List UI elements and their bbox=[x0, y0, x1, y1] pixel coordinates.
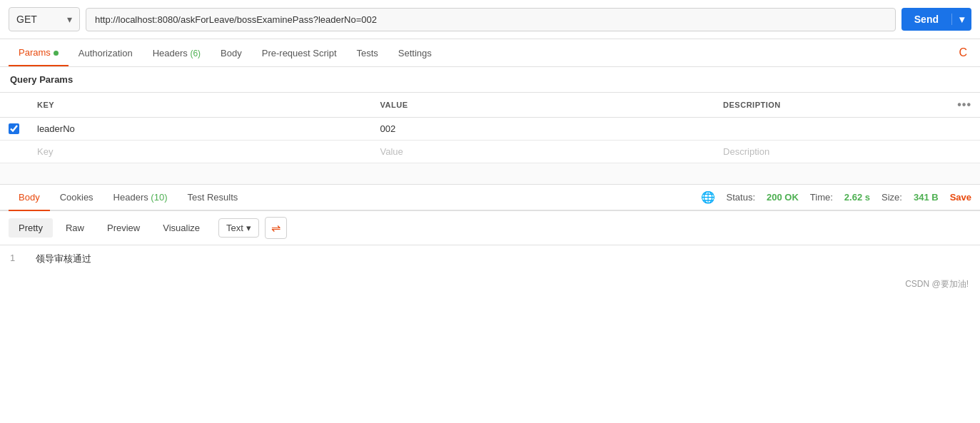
params-table: KEY VALUE DESCRIPTION ••• bbox=[0, 93, 980, 163]
size-value: 341 B bbox=[914, 192, 939, 203]
tab-params-label: Params bbox=[19, 47, 51, 58]
more-icon: ••• bbox=[957, 98, 971, 111]
query-params-section: Query Params KEY VALUE DESCRIPTION ••• bbox=[0, 67, 980, 163]
table-row: leaderNo 002 bbox=[0, 118, 980, 141]
tab-authorization-label: Authorization bbox=[79, 48, 133, 58]
watermark: CSDN @要加油! bbox=[0, 272, 980, 296]
row-key-value: leaderNo bbox=[37, 123, 75, 134]
bottom-tab-test-results-label: Test Results bbox=[187, 192, 238, 203]
tab-body-label: Body bbox=[221, 48, 242, 58]
row-key-cell: leaderNo bbox=[29, 118, 372, 141]
tab-body[interactable]: Body bbox=[211, 41, 252, 66]
row-desc-cell bbox=[714, 118, 949, 141]
bottom-tab-body[interactable]: Body bbox=[9, 185, 50, 211]
format-bar: Pretty Raw Preview Visualize Text ▾ ⇌ bbox=[0, 211, 980, 245]
bottom-tab-cookies[interactable]: Cookies bbox=[50, 185, 103, 210]
time-label: Time: bbox=[810, 192, 833, 203]
tab-params[interactable]: Params bbox=[9, 40, 69, 66]
placeholder-check-cell bbox=[0, 141, 29, 163]
format-type-dropdown[interactable]: Text ▾ bbox=[218, 218, 259, 238]
line-content: 领导审核通过 bbox=[36, 253, 91, 265]
tab-authorization[interactable]: Authorization bbox=[69, 41, 143, 66]
tab-tests-label: Tests bbox=[357, 48, 378, 58]
globe-icon[interactable]: 🌐 bbox=[701, 190, 715, 204]
status-value: 200 OK bbox=[767, 192, 799, 203]
url-input[interactable] bbox=[86, 8, 896, 31]
method-chevron-icon: ▾ bbox=[67, 14, 72, 25]
row-actions-cell bbox=[949, 118, 980, 141]
section-spacer bbox=[0, 163, 980, 185]
row-checkbox[interactable] bbox=[9, 123, 19, 134]
col-key-header: KEY bbox=[29, 93, 372, 118]
send-button[interactable]: Send ▾ bbox=[901, 8, 971, 31]
format-visualize-button[interactable]: Visualize bbox=[153, 218, 210, 238]
headers-badge: (6) bbox=[190, 49, 201, 58]
response-body: 1 领导审核通过 bbox=[0, 245, 980, 272]
bottom-tab-test-results[interactable]: Test Results bbox=[177, 185, 248, 210]
overflow-label: C bbox=[959, 46, 967, 58]
bottom-tabs: Body Cookies Headers (10) Test Results 🌐… bbox=[0, 185, 980, 211]
placeholder-key-text: Key bbox=[37, 146, 53, 157]
wrap-button[interactable]: ⇌ bbox=[265, 217, 287, 239]
url-bar: GET ▾ Send ▾ bbox=[0, 0, 980, 39]
send-label: Send bbox=[901, 14, 952, 25]
response-line: 1 领导审核通过 bbox=[10, 253, 970, 265]
tab-headers[interactable]: Headers (6) bbox=[143, 41, 211, 66]
tab-headers-label: Headers bbox=[153, 48, 191, 58]
bottom-tab-headers[interactable]: Headers (10) bbox=[103, 185, 178, 210]
placeholder-value-text: Value bbox=[380, 146, 403, 157]
col-value-header: VALUE bbox=[372, 93, 715, 118]
wrap-icon: ⇌ bbox=[271, 221, 281, 235]
bottom-headers-badge: (10) bbox=[151, 192, 167, 203]
placeholder-actions-cell bbox=[949, 141, 980, 163]
save-link[interactable]: Save bbox=[950, 192, 971, 203]
bottom-tab-body-label: Body bbox=[19, 192, 40, 203]
placeholder-desc-cell[interactable]: Description bbox=[714, 141, 949, 163]
status-label: Status: bbox=[727, 192, 755, 203]
format-type-label: Text bbox=[226, 223, 243, 233]
line-number: 1 bbox=[10, 253, 24, 265]
col-desc-header: DESCRIPTION bbox=[714, 93, 949, 118]
col-actions-header: ••• bbox=[949, 93, 980, 118]
top-tabs: Params Authorization Headers (6) Body Pr… bbox=[0, 39, 980, 67]
send-dropdown-icon: ▾ bbox=[952, 14, 971, 25]
query-params-title: Query Params bbox=[10, 74, 73, 85]
params-dot bbox=[54, 51, 59, 56]
format-type-chevron-icon: ▾ bbox=[246, 223, 251, 233]
row-value-cell: 002 bbox=[372, 118, 715, 141]
placeholder-value-cell[interactable]: Value bbox=[372, 141, 715, 163]
table-header-row: KEY VALUE DESCRIPTION ••• bbox=[0, 93, 980, 118]
format-raw-button[interactable]: Raw bbox=[56, 218, 94, 238]
size-label: Size: bbox=[882, 192, 902, 203]
tab-tests[interactable]: Tests bbox=[347, 41, 388, 66]
method-select[interactable]: GET ▾ bbox=[9, 7, 80, 31]
tab-pre-request-label: Pre-request Script bbox=[262, 48, 337, 58]
col-check-header bbox=[0, 93, 29, 118]
row-check-cell bbox=[0, 118, 29, 141]
bottom-tab-headers-label: Headers bbox=[113, 192, 151, 203]
format-preview-button[interactable]: Preview bbox=[97, 218, 150, 238]
row-value-value: 002 bbox=[380, 123, 396, 134]
tab-overflow[interactable]: C bbox=[954, 39, 971, 66]
tab-settings-label: Settings bbox=[398, 48, 432, 58]
table-placeholder-row: Key Value Description bbox=[0, 141, 980, 163]
placeholder-key-cell[interactable]: Key bbox=[29, 141, 372, 163]
bottom-tab-cookies-label: Cookies bbox=[60, 192, 94, 203]
tab-settings[interactable]: Settings bbox=[388, 41, 442, 66]
tab-pre-request-script[interactable]: Pre-request Script bbox=[252, 41, 347, 66]
query-params-header: Query Params bbox=[0, 67, 980, 93]
method-label: GET bbox=[16, 14, 37, 25]
format-pretty-button[interactable]: Pretty bbox=[9, 218, 53, 238]
response-status: 🌐 Status: 200 OK Time: 2.62 s Size: 341 … bbox=[701, 190, 971, 204]
time-value: 2.62 s bbox=[844, 192, 870, 203]
placeholder-desc-text: Description bbox=[723, 146, 769, 157]
